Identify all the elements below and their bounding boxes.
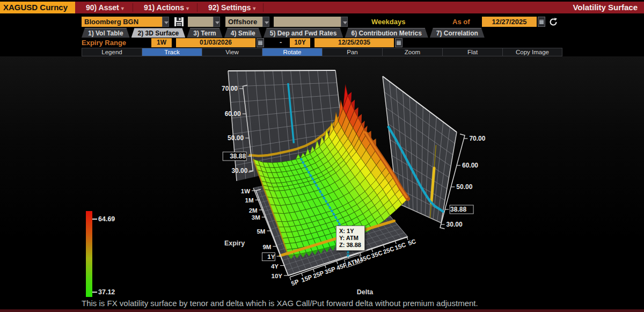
expiry-axis-tick: 4Y: [271, 263, 279, 270]
tab-vol-table[interactable]: 1) Vol Table: [82, 28, 130, 38]
toolbar-track-button[interactable]: Track: [142, 48, 202, 56]
calendar-icon[interactable]: [395, 38, 402, 47]
tooltip-y-label: Y:: [339, 235, 345, 241]
extra-dropdown[interactable]: [274, 17, 348, 27]
dropdown-arrow-icon[interactable]: [262, 17, 269, 27]
tab-3d-surface[interactable]: 2) 3D Surface: [131, 28, 186, 38]
menu-actions-label: 91) Actions: [144, 3, 184, 12]
menu-settings-label: 92) Settings: [208, 3, 251, 12]
legend-max-label: 64.69: [92, 215, 115, 223]
expiry-axis-tick: 10Y: [272, 273, 283, 279]
legend-min-label: 37.12: [92, 288, 115, 296]
dropdown-arrow-icon[interactable]: [162, 17, 169, 27]
chevron-down-icon: ▾: [253, 5, 255, 11]
surface-3d-plot[interactable]: 70.0060.0050.0038.8830.0070.0060.0050.00…: [0, 56, 644, 298]
delta-axis-tick-group: 5P: [290, 278, 300, 287]
chevron-down-icon: ▾: [121, 5, 124, 11]
z-axis-tick-right: 38.88: [450, 206, 466, 213]
tab-term[interactable]: 3) Term: [187, 28, 222, 38]
color-scale-legend: [86, 211, 92, 297]
expiry-axis-tick: 1W: [241, 188, 250, 194]
save-icon[interactable]: [174, 17, 184, 27]
tooltip-y-value: ATM: [346, 235, 358, 241]
chart-toolbar: Legend Track View Rotate Pan Zoom Flat C…: [82, 48, 562, 56]
price-source-dropdown[interactable]: Bloomberg BGN: [82, 17, 169, 27]
tooltip-x-label: X:: [339, 228, 345, 234]
delta-axis-tick: 5C: [407, 238, 417, 246]
ticker-tab[interactable]: XAGUSD Curncy: [0, 2, 75, 13]
z-axis-tick-right: 70.00: [469, 135, 485, 142]
z-axis-tick-left: 50.00: [228, 134, 244, 142]
extra-dropdown-value: [274, 17, 341, 27]
toolbar-flat-button[interactable]: Flat: [442, 48, 502, 56]
expiry-axis-tick: 9M: [262, 244, 271, 250]
control-row: Bloomberg BGN Offshore Weekdays As of 12…: [0, 15, 644, 28]
tab-correlation[interactable]: 7) Correlation: [430, 28, 485, 38]
start-date-field[interactable]: 01/03/2026: [176, 38, 255, 47]
expiry-axis-tick: 2M: [249, 207, 258, 214]
expiry-range-label: Expiry Range: [82, 39, 126, 47]
price-source-value: Bloomberg BGN: [82, 17, 162, 27]
menu-actions[interactable]: 91) Actions▾: [144, 2, 189, 13]
tab-dep-fwd-rates[interactable]: 5) Dep and Fwd Rates: [264, 28, 343, 38]
dropdown-arrow-icon[interactable]: [341, 17, 348, 27]
expiry-axis-tick: 5M: [257, 228, 265, 235]
chart-description: This is FX volatility surface by tenor a…: [82, 299, 478, 308]
toolbar-copy-image-button[interactable]: Copy Image: [502, 48, 562, 56]
menu-separator: [197, 3, 197, 12]
toolbar-legend-button[interactable]: Legend: [82, 48, 142, 56]
tab-strip: 1) Vol Table 2) 3D Surface 3) Term 4) Sm…: [82, 28, 486, 38]
market-dropdown-value: Offshore: [225, 17, 262, 27]
menu-separator: [133, 3, 133, 12]
toolbar-zoom-button[interactable]: Zoom: [382, 48, 442, 56]
calendar-icon[interactable]: [257, 38, 264, 47]
market-dropdown[interactable]: Offshore: [225, 17, 269, 27]
secondary-dropdown[interactable]: [188, 17, 220, 27]
delta-axis-tick-group: 5C: [407, 238, 417, 246]
title-bar: XAGUSD Curncy 90) Asset▾ 91) Actions▾ 92…: [0, 0, 644, 14]
expiry-axis-title: Expiry: [224, 240, 245, 247]
z-axis-tick-left: 30.00: [231, 167, 247, 175]
bloomberg-terminal-window: XAGUSD Curncy 90) Asset▾ 91) Actions▾ 92…: [0, 0, 644, 312]
toolbar-view-button[interactable]: View: [202, 48, 262, 56]
refresh-icon[interactable]: [548, 17, 558, 27]
page-title: Volatility Surface: [573, 2, 638, 13]
expiry-axis-tick: 1M: [245, 197, 254, 204]
dropdown-arrow-icon[interactable]: [213, 17, 220, 27]
as-of-label: As of: [452, 18, 470, 26]
secondary-dropdown-value: [188, 17, 213, 27]
expiry-axis-tick: 1Y: [267, 253, 275, 260]
tooltip-x-value: 1Y: [347, 228, 354, 234]
as-of-date-field[interactable]: 12/27/2025: [482, 17, 537, 27]
calendar-icon[interactable]: [538, 17, 545, 27]
delta-axis-title: Delta: [357, 288, 374, 296]
calendar-mode-label[interactable]: Weekdays: [371, 18, 405, 26]
legend-tick: [92, 292, 97, 293]
menu-settings[interactable]: 92) Settings▾: [208, 2, 255, 13]
z-axis-tick-right: 60.00: [462, 162, 478, 169]
z-axis-tick-left: 70.00: [222, 85, 238, 92]
expiry-axis-tick: 3M: [252, 214, 260, 221]
end-date-field[interactable]: 12/25/2035: [314, 38, 394, 47]
chevron-down-icon: ▾: [186, 5, 189, 11]
start-tenor-field[interactable]: 1W: [151, 38, 172, 47]
tooltip-z-label: Z:: [339, 242, 345, 248]
z-axis-tick-left: 38.88: [230, 153, 246, 160]
range-separator: -: [280, 38, 282, 46]
menu-asset-label: 90) Asset: [86, 3, 119, 12]
toolbar-pan-button[interactable]: Pan: [322, 48, 382, 56]
z-axis-tick-left: 60.00: [225, 110, 241, 118]
tooltip-z-value: 38.88: [346, 242, 361, 248]
volatility-surface-chart[interactable]: 70.0060.0050.0038.8830.0070.0060.0050.00…: [0, 56, 644, 298]
menu-separator: [263, 3, 264, 12]
z-axis-tick-right: 30.00: [447, 221, 463, 228]
track-tooltip: X: 1Y Y: ATM Z: 38.88: [336, 226, 365, 251]
delta-axis-tick: 5P: [290, 278, 300, 287]
end-tenor-field[interactable]: 10Y: [290, 38, 310, 47]
tab-contribution-metrics[interactable]: 6) Contribution Metrics: [345, 28, 428, 38]
toolbar-rotate-button[interactable]: Rotate: [262, 48, 322, 56]
footer-strip: [0, 309, 644, 312]
menu-asset[interactable]: 90) Asset▾: [86, 2, 124, 13]
tab-smile[interactable]: 4) Smile: [224, 28, 262, 38]
z-axis-tick-right: 50.00: [456, 183, 472, 191]
